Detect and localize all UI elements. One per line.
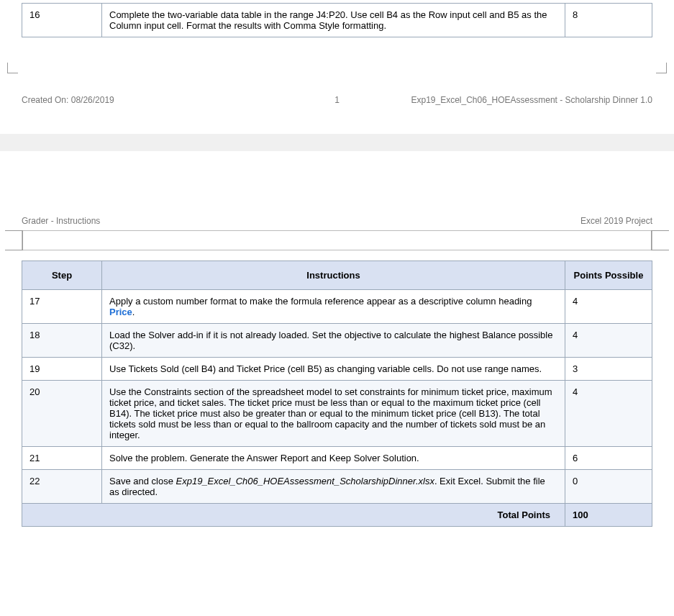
page-footer: Created On: 08/26/2019 1 Exp19_Excel_Ch0… [22,95,652,105]
table-row: 21 Solve the problem. Generate the Answe… [22,447,652,470]
step-cell: 20 [22,381,102,447]
table-row: 18 Load the Solver add-in if it is not a… [22,324,652,358]
table-row: 16 Complete the two-variable data table … [22,4,652,37]
footer-page-number: 1 [334,95,340,105]
instruction-text: Apply a custom number format to make the… [109,296,532,307]
instruction-cell: Apply a custom number format to make the… [102,290,565,324]
header-rule-box [22,230,652,250]
page-header: Grader - Instructions Excel 2019 Project [22,216,652,226]
page-separator [0,134,674,151]
instruction-cell: Solve the problem. Generate the Answer R… [102,447,565,470]
points-cell: 3 [565,358,652,381]
step-cell: 18 [22,324,102,358]
table-row: 17 Apply a custom number format to make … [22,290,652,324]
footer-title: Exp19_Excel_Ch06_HOEAssessment - Scholar… [411,95,652,105]
crop-marks [22,59,652,73]
instruction-text: Save and close [109,476,176,486]
col-header-instructions: Instructions [102,261,565,290]
step-cell: 22 [22,470,102,504]
step-cell: 19 [22,358,102,381]
instruction-text: . [132,307,135,317]
step-cell: 21 [22,447,102,470]
instruction-cell: Use Tickets Sold (cell B4) and Ticket Pr… [102,358,565,381]
header-left: Grader - Instructions [22,216,100,226]
instruction-cell: Save and close Exp19_Excel_Ch06_HOEAsses… [102,470,565,504]
points-cell: 8 [565,4,652,37]
points-cell: 0 [565,470,652,504]
points-cell: 4 [565,381,652,447]
step-cell: 17 [22,290,102,324]
table-row: 19 Use Tickets Sold (cell B4) and Ticket… [22,358,652,381]
points-cell: 6 [565,447,652,470]
table-row: 22 Save and close Exp19_Excel_Ch06_HOEAs… [22,470,652,504]
step-cell: 16 [22,4,102,37]
instruction-bold: Price [109,307,132,317]
header-right: Excel 2019 Project [580,216,652,226]
table-header-row: Step Instructions Points Possible [22,261,652,290]
footer-created: Created On: 08/26/2019 [22,95,114,105]
instruction-cell: Load the Solver add-in if it is not alre… [102,324,565,358]
table-row: 20 Use the Constraints section of the sp… [22,381,652,447]
instructions-table-page1: 16 Complete the two-variable data table … [22,3,652,37]
col-header-points: Points Possible [565,261,652,290]
table-total-row: Total Points 100 [22,504,652,527]
instruction-cell: Use the Constraints section of the sprea… [102,381,565,447]
total-value: 100 [565,504,652,527]
instructions-table-page2: Step Instructions Points Possible 17 App… [22,261,652,527]
col-header-step: Step [22,261,102,290]
instruction-italic: Exp19_Excel_Ch06_HOEAssessment_Scholarsh… [176,476,434,486]
total-label: Total Points [22,504,565,527]
points-cell: 4 [565,324,652,358]
points-cell: 4 [565,290,652,324]
instruction-cell: Complete the two-variable data table in … [102,4,565,37]
